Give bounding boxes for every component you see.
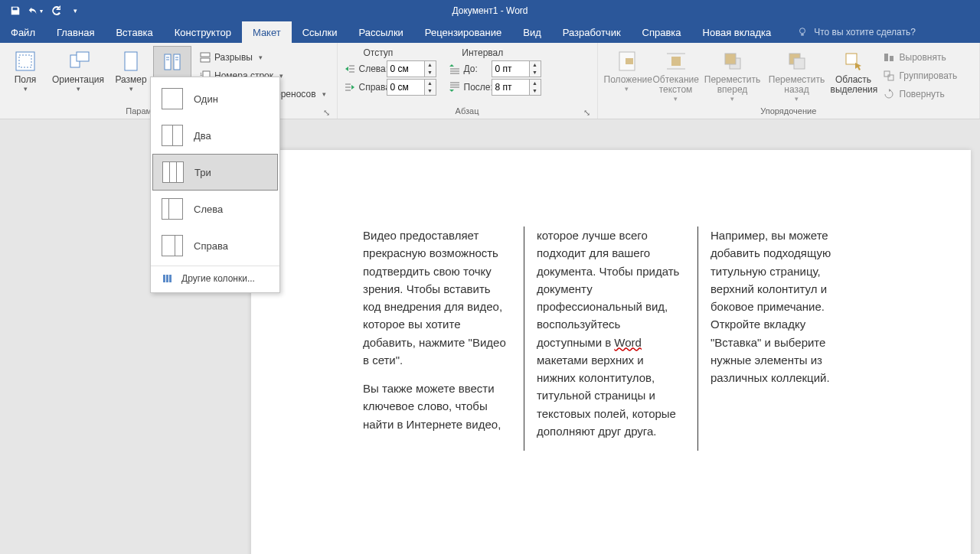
svg-rect-12 [201, 53, 210, 57]
ribbon-tabs: Файл Главная Вставка Конструктор Макет С… [0, 21, 980, 43]
svg-rect-39 [846, 54, 857, 64]
rotate-button[interactable]: Повернуть [880, 86, 961, 103]
indent-left-spinner[interactable]: ▲▼ [387, 60, 436, 77]
spacing-after-spinner[interactable]: ▲▼ [492, 79, 541, 96]
columns-option-two[interactable]: Два [151, 117, 279, 154]
orientation-icon [66, 49, 90, 73]
size-button[interactable]: Размер [112, 46, 150, 93]
spacing-before-spinner[interactable]: ▲▼ [492, 60, 541, 77]
tab-review[interactable]: Рецензирование [414, 21, 512, 43]
margins-icon [13, 49, 38, 73]
wrap-text-button[interactable]: Обтекание текстом [653, 46, 699, 103]
group-arrange: Положение Обтекание текстом Переместить … [598, 43, 980, 119]
more-columns-icon [162, 272, 174, 285]
send-backward-button[interactable]: Переместить назад [766, 46, 828, 103]
document-column-1[interactable]: Видео предоставляет прекрасную возможнос… [351, 226, 524, 451]
columns-icon [160, 50, 185, 74]
indent-right-spinner[interactable]: ▲▼ [387, 79, 436, 96]
svg-rect-44 [163, 275, 165, 282]
lightbulb-icon [797, 27, 808, 37]
svg-rect-36 [725, 54, 736, 64]
svg-rect-7 [174, 54, 180, 70]
spacing-before-icon [449, 63, 461, 75]
group-icon [883, 70, 895, 82]
svg-rect-13 [201, 58, 210, 62]
columns-option-right[interactable]: Справа [151, 227, 279, 264]
svg-rect-31 [626, 58, 633, 64]
title-bar: ▾ ▾ Документ1 - Word [0, 0, 980, 21]
quick-access-toolbar: ▾ ▾ [0, 2, 84, 20]
group-button[interactable]: Группировать [880, 67, 961, 84]
ribbon: Поля Ориентация Размер Колонки Разрывы 1… [0, 43, 980, 119]
columns-option-three[interactable]: Три [152, 154, 278, 191]
tab-home[interactable]: Главная [46, 21, 105, 43]
document-column-2[interactable]: которое лучше всего подходит для вашего … [524, 226, 697, 451]
send-backward-icon [785, 49, 809, 73]
svg-rect-43 [888, 75, 893, 80]
tab-help[interactable]: Справка [632, 21, 692, 43]
svg-rect-4 [77, 52, 89, 61]
tab-mailings[interactable]: Рассылки [348, 21, 413, 43]
wrap-text-icon [664, 49, 688, 73]
document-columns: Видео предоставляет прекрасную возможнос… [251, 226, 971, 451]
orientation-button[interactable]: Ориентация [47, 46, 109, 93]
right-column-icon [162, 235, 183, 256]
svg-rect-5 [125, 52, 137, 70]
document-title: Документ1 - Word [452, 5, 528, 16]
save-button[interactable] [6, 2, 24, 20]
tab-layout[interactable]: Макет [242, 21, 292, 43]
columns-option-one[interactable]: Один [151, 80, 279, 117]
tab-file[interactable]: Файл [0, 21, 46, 43]
tab-new[interactable]: Новая вкладка [692, 21, 782, 43]
svg-point-0 [800, 28, 805, 34]
svg-rect-32 [671, 57, 681, 66]
selection-pane-icon [841, 49, 866, 73]
spellcheck-word: Word [614, 336, 642, 349]
columns-option-more[interactable]: Другие колонки... [151, 268, 279, 289]
group-paragraph: Отступ Интервал Слева: ▲▼ До: ▲▼ Справа:… [338, 43, 598, 119]
svg-rect-40 [884, 54, 888, 61]
document-workspace: Видео предоставляет прекрасную возможнос… [0, 119, 980, 554]
position-icon [615, 49, 639, 73]
tab-insert[interactable]: Вставка [105, 21, 163, 43]
breaks-button[interactable]: Разрывы [194, 49, 331, 66]
svg-rect-41 [890, 56, 893, 61]
rotate-icon [883, 88, 895, 100]
tab-view[interactable]: Вид [512, 21, 552, 43]
margins-button[interactable]: Поля [6, 46, 44, 93]
tab-references[interactable]: Ссылки [292, 21, 348, 43]
indent-left-icon [344, 63, 356, 75]
bring-forward-icon [720, 49, 745, 73]
tab-developer[interactable]: Разработчик [552, 21, 632, 43]
page-setup-launcher[interactable]: ⤡ [323, 108, 331, 116]
tab-design[interactable]: Конструктор [164, 21, 242, 43]
one-column-icon [162, 88, 183, 109]
position-button[interactable]: Положение [604, 46, 650, 93]
document-page[interactable]: Видео предоставляет прекрасную возможнос… [251, 150, 971, 554]
size-icon [119, 49, 143, 73]
svg-rect-38 [794, 58, 805, 69]
left-column-icon [162, 198, 183, 220]
selection-pane-button[interactable]: Область выделения [831, 46, 877, 95]
columns-dropdown-menu: Один Два Три Слева Справа Другие колонки… [150, 77, 280, 293]
redo-button[interactable] [46, 2, 64, 20]
document-column-3[interactable]: Например, вы можете добавить подходящую … [697, 226, 871, 451]
indent-right-icon [344, 81, 356, 93]
svg-rect-46 [169, 275, 172, 282]
columns-option-left[interactable]: Слева [151, 191, 279, 227]
qat-customize[interactable]: ▾ [66, 2, 84, 20]
align-button[interactable]: Выровнять [880, 49, 961, 66]
spacing-after-icon [449, 81, 461, 93]
tell-me-search[interactable]: Что вы хотите сделать? [797, 21, 916, 43]
svg-rect-42 [884, 71, 890, 77]
three-column-icon [162, 161, 184, 183]
paragraph-launcher[interactable]: ⤡ [583, 108, 591, 116]
undo-button[interactable]: ▾ [26, 2, 44, 20]
svg-rect-6 [165, 54, 171, 70]
bring-forward-button[interactable]: Переместить вперед [702, 46, 763, 103]
align-icon [883, 51, 895, 64]
breaks-icon [199, 51, 211, 64]
two-column-icon [162, 125, 183, 146]
svg-rect-45 [166, 275, 168, 282]
